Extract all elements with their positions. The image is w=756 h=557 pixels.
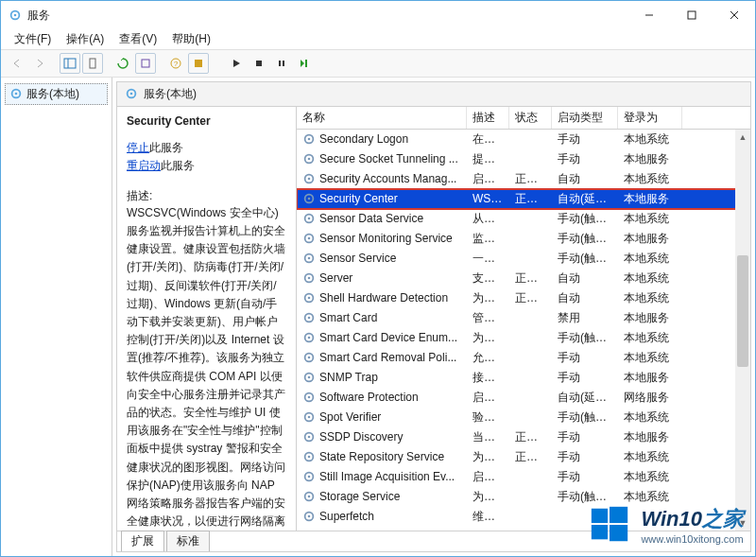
- stop-service-button[interactable]: [249, 53, 269, 74]
- service-row[interactable]: Smart Card Device Enum...为给...手动(触发...本地…: [297, 328, 750, 348]
- service-row[interactable]: Secure Socket Tunneling ...提供...手动本地服务: [297, 149, 750, 169]
- service-startup: 手动(触发...: [552, 251, 618, 267]
- vertical-scrollbar[interactable]: ▲ ▼: [735, 130, 750, 531]
- menubar: 文件(F) 操作(A) 查看(V) 帮助(H): [1, 29, 755, 50]
- gear-icon: [302, 391, 316, 404]
- service-logon: 本地系统: [618, 350, 682, 366]
- minimize-button[interactable]: [627, 1, 670, 29]
- service-logon: 本地系统: [618, 131, 682, 148]
- service-desc: 启动...: [467, 171, 509, 187]
- stop-suffix: 此服务: [149, 141, 183, 154]
- gear-icon: [302, 430, 316, 444]
- gear-icon: [302, 470, 316, 483]
- service-row[interactable]: Still Image Acquisition Ev...启动...手动本地系统: [297, 467, 750, 487]
- service-logon: 本地系统: [618, 290, 682, 306]
- service-name: SNMP Trap: [319, 371, 378, 384]
- gear-icon: [302, 410, 316, 424]
- pause-service-button[interactable]: [271, 53, 292, 74]
- service-row[interactable]: Spot Verifier验证...手动(触发...本地系统: [297, 408, 750, 427]
- forward-button[interactable]: [29, 53, 50, 74]
- col-name[interactable]: 名称: [297, 107, 467, 129]
- service-logon: 本地系统: [618, 171, 682, 187]
- service-status: 正在...: [509, 191, 552, 207]
- gear-icon: [302, 311, 316, 324]
- maximize-button[interactable]: [670, 1, 713, 29]
- tab-extended[interactable]: 扩展: [121, 531, 164, 551]
- service-row[interactable]: State Repository Service为应...正在...手动本地系统: [297, 447, 750, 467]
- help2-button[interactable]: [188, 53, 209, 74]
- service-row[interactable]: SNMP Trap接收...手动本地服务: [297, 368, 750, 388]
- console-tree: 服务(本地): [1, 78, 112, 556]
- right-header-title: 服务(本地): [144, 86, 197, 102]
- col-startup[interactable]: 启动类型: [552, 107, 618, 129]
- service-row[interactable]: Security Accounts Manag...启动...正在...自动本地…: [297, 169, 750, 189]
- service-startup: 自动: [552, 171, 618, 187]
- service-desc: 支持...: [467, 270, 509, 287]
- service-logon: 本地系统: [618, 469, 682, 485]
- service-logon: 本地服务: [618, 231, 682, 247]
- service-rows: Secondary Logon在不...手动本地系统Secure Socket …: [297, 130, 750, 531]
- menu-action[interactable]: 操作(A): [60, 29, 110, 49]
- close-button[interactable]: [713, 1, 755, 29]
- service-row[interactable]: Sensor Service一项...手动(触发...本地系统: [297, 249, 750, 269]
- scroll-up-icon[interactable]: ▲: [735, 130, 750, 145]
- col-desc[interactable]: 描述: [467, 107, 509, 129]
- service-row[interactable]: Superfetch维护...: [297, 507, 750, 527]
- tab-standard[interactable]: 标准: [166, 531, 210, 551]
- service-row[interactable]: Shell Hardware Detection为自...正在...自动本地系统: [297, 288, 750, 308]
- gear-icon: [302, 291, 316, 305]
- service-name: Security Accounts Manag...: [319, 172, 456, 185]
- tree-root-services-local[interactable]: 服务(本地): [5, 83, 108, 105]
- restart-link[interactable]: 重启动: [127, 159, 161, 172]
- service-row[interactable]: Storage Service为存...手动(触发...本地系统: [297, 487, 750, 507]
- gear-icon: [302, 371, 316, 384]
- service-row[interactable]: Smart Card管理...禁用本地服务: [297, 308, 750, 328]
- gear-icon: [302, 351, 316, 364]
- app-icon: [9, 9, 22, 22]
- scroll-thumb[interactable]: [737, 255, 748, 367]
- scroll-down-icon[interactable]: ▼: [735, 515, 750, 531]
- menu-file[interactable]: 文件(F): [9, 29, 57, 49]
- service-row[interactable]: Sensor Data Service从各...手动(触发...本地系统: [297, 209, 750, 229]
- service-desc: 启用...: [467, 390, 509, 406]
- back-button[interactable]: [7, 53, 27, 74]
- service-startup: 自动(延迟...: [552, 191, 618, 207]
- svg-point-32: [308, 237, 311, 240]
- stop-link[interactable]: 停止: [127, 141, 149, 154]
- service-desc: 允许...: [467, 350, 509, 366]
- view-tabs: 扩展 标准: [117, 531, 750, 551]
- toolbar: ?: [1, 50, 755, 78]
- service-row[interactable]: Smart Card Removal Poli...允许...手动本地系统: [297, 348, 750, 368]
- right-shell: 服务(本地) Security Center 停止此服务 重启动此服务 描述: …: [116, 81, 751, 552]
- menu-help[interactable]: 帮助(H): [166, 29, 216, 49]
- start-service-button[interactable]: [226, 53, 247, 74]
- service-logon: 本地服务: [618, 429, 682, 445]
- gear-icon: [302, 252, 316, 265]
- refresh-button[interactable]: [112, 53, 133, 74]
- export-list-button[interactable]: [82, 53, 103, 74]
- properties-button[interactable]: [135, 53, 156, 74]
- service-row[interactable]: Secondary Logon在不...手动本地系统: [297, 130, 750, 149]
- svg-rect-14: [279, 61, 281, 66]
- detail-title: Security Center: [127, 114, 286, 128]
- svg-point-50: [308, 416, 311, 419]
- service-row[interactable]: Software Protection启用...自动(延迟...网络服务: [297, 388, 750, 408]
- service-row[interactable]: SSDP Discovery当发...正在...手动本地服务: [297, 427, 750, 447]
- menu-view[interactable]: 查看(V): [113, 29, 163, 49]
- show-hide-tree-button[interactable]: [60, 53, 80, 74]
- service-name: State Repository Service: [319, 450, 444, 463]
- restart-service-button[interactable]: [294, 53, 315, 74]
- services-window: 服务 文件(F) 操作(A) 查看(V) 帮助(H) ?: [0, 0, 756, 557]
- svg-point-36: [308, 277, 311, 280]
- help-button[interactable]: ?: [165, 53, 186, 74]
- service-logon: 本地服务: [618, 370, 682, 386]
- service-row[interactable]: Sensor Monitoring Service监视...手动(触发...本地…: [297, 229, 750, 249]
- service-row[interactable]: Server支持...正在...自动本地系统: [297, 269, 750, 288]
- col-status[interactable]: 状态: [509, 107, 552, 129]
- service-row[interactable]: Security CenterWSC...正在...自动(延迟...本地服务: [297, 189, 750, 209]
- gear-icon: [9, 87, 23, 100]
- col-logon[interactable]: 登录为: [618, 107, 682, 129]
- service-name: Still Image Acquisition Ev...: [319, 470, 455, 483]
- svg-point-58: [308, 496, 311, 498]
- svg-rect-16: [305, 60, 307, 67]
